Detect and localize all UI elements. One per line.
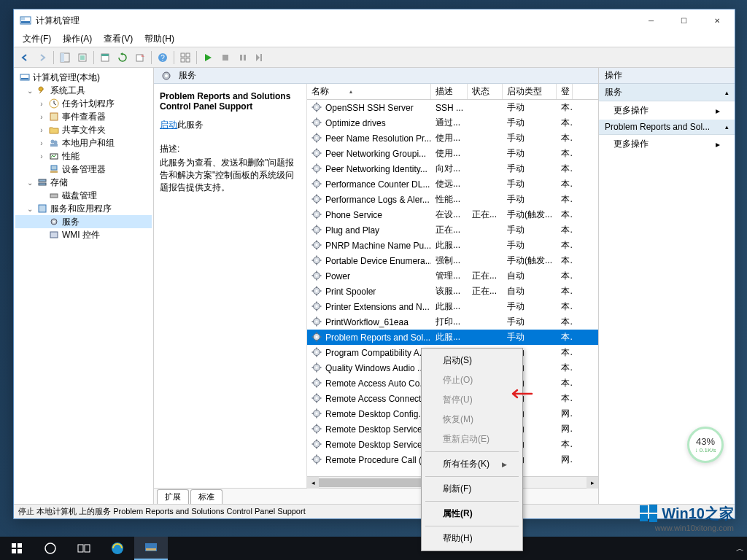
export-button[interactable] xyxy=(132,50,148,66)
tree-item-performance[interactable]: ›性能 xyxy=(15,149,152,163)
refresh-button[interactable] xyxy=(115,50,131,66)
service-row[interactable]: PrintWorkflow_61eaa打印...手动本 xyxy=(307,314,598,330)
system-tray[interactable]: ︿ xyxy=(736,543,747,554)
toolbar-separator xyxy=(174,51,174,64)
service-row[interactable]: Peer Networking Identity...向对...手动本 xyxy=(307,161,598,176)
service-row[interactable]: Portable Device Enumera...强制...手动(触发...本 xyxy=(307,253,598,268)
svg-point-69 xyxy=(316,182,318,184)
tree-group-system-tools[interactable]: ⌄ 系统工具 xyxy=(15,84,152,97)
tree-item-shared-folders[interactable]: ›共享文件夹 xyxy=(15,123,152,136)
stop-service-button[interactable] xyxy=(217,50,233,66)
service-row[interactable]: Power管理...正在...自动本 xyxy=(307,268,598,284)
tree-root[interactable]: 计算机管理(本地) xyxy=(15,71,152,84)
tree-item-event-viewer[interactable]: ›事件查看器 xyxy=(15,110,152,123)
minimize-button[interactable]: ─ xyxy=(635,9,667,31)
taskbar-app-mmc[interactable] xyxy=(134,537,168,560)
expand-icon[interactable]: › xyxy=(37,139,46,147)
column-state[interactable]: 状态 xyxy=(468,84,503,99)
tree-label: 事件查看器 xyxy=(62,111,106,123)
tree-item-device-manager[interactable]: 设备管理器 xyxy=(15,163,152,176)
tree-item-task-scheduler[interactable]: ›任务计划程序 xyxy=(15,97,152,110)
tree-item-services[interactable]: 服务 xyxy=(15,215,152,228)
pause-service-button[interactable] xyxy=(235,50,251,66)
tray-chevron-up-icon[interactable]: ︿ xyxy=(736,543,744,554)
collapse-icon[interactable]: ⌄ xyxy=(26,179,34,187)
tree-item-local-users[interactable]: ›本地用户和组 xyxy=(15,136,152,149)
view-mode-button[interactable] xyxy=(177,50,193,66)
expand-icon[interactable]: › xyxy=(37,100,46,108)
menu-file[interactable]: 文件(F) xyxy=(17,31,57,47)
start-service-link[interactable]: 启动 xyxy=(160,120,177,130)
menu-help[interactable]: 帮助(H) xyxy=(139,31,180,47)
context-menu-item[interactable]: 启动(S) xyxy=(424,351,520,370)
help-button[interactable]: ? xyxy=(155,50,171,66)
taskbar[interactable]: ︿ xyxy=(0,537,747,560)
start-button[interactable] xyxy=(0,537,34,560)
actions-group-services[interactable]: 服务 ▴ xyxy=(599,84,735,101)
context-menu-label: 属性(R) xyxy=(443,508,473,520)
column-description[interactable]: 描述 xyxy=(431,84,468,99)
tab-extended[interactable]: 扩展 xyxy=(157,489,189,504)
service-name: Power xyxy=(325,271,350,281)
context-menu[interactable]: 启动(S)停止(O)暂停(U)恢复(M)重新启动(E)所有任务(K)▶刷新(F)… xyxy=(421,348,523,551)
column-startup[interactable]: 启动类型 xyxy=(503,84,557,99)
gear-icon xyxy=(311,271,323,282)
back-button[interactable] xyxy=(17,50,33,66)
network-speed-badge[interactable]: 43% ↓ 0.1K/s xyxy=(687,427,724,463)
svg-rect-195 xyxy=(146,548,156,551)
service-row[interactable]: Problem Reports and Sol...此服...手动本 xyxy=(307,330,598,345)
tree-item-disk-management[interactable]: 磁盘管理 xyxy=(15,189,152,202)
service-row[interactable]: Peer Networking Groupi...使用...手动本 xyxy=(307,146,598,161)
service-row[interactable]: OpenSSH SSH ServerSSH ...手动本 xyxy=(307,100,598,115)
actions-more-1[interactable]: 更多操作 ▸ xyxy=(599,101,735,120)
column-name[interactable]: 名称▴ xyxy=(307,84,431,99)
tree-pane[interactable]: 计算机管理(本地) ⌄ 系统工具 ›任务计划程序 ›事件查看器 ›共享文件夹 ›… xyxy=(14,68,154,504)
svg-point-63 xyxy=(316,167,318,169)
service-row[interactable]: Printer Extensions and N...此服...手动本 xyxy=(307,299,598,314)
column-logon[interactable]: 登 xyxy=(557,84,573,99)
cortana-button[interactable] xyxy=(34,537,67,560)
context-menu-item[interactable]: 帮助(H) xyxy=(424,529,520,548)
menu-view[interactable]: 查看(V) xyxy=(98,31,139,47)
actions-group-selected[interactable]: Problem Reports and Sol... ▴ xyxy=(599,120,735,135)
tree-group-storage[interactable]: ⌄ 存储 xyxy=(15,176,152,189)
service-row[interactable]: Optimize drives通过...手动本 xyxy=(307,115,598,131)
close-button[interactable]: ✕ xyxy=(700,9,733,31)
export-list-button[interactable] xyxy=(74,50,90,66)
tree-item-wmi[interactable]: WMI 控件 xyxy=(15,228,152,241)
service-row[interactable]: Plug and Play正在...手动本 xyxy=(307,222,598,238)
svg-text:?: ? xyxy=(160,54,165,62)
service-row[interactable]: Peer Name Resolution Pr...使用...手动本 xyxy=(307,131,598,146)
actions-more-2[interactable]: 更多操作 ▸ xyxy=(599,135,735,153)
expand-icon[interactable]: › xyxy=(37,126,46,134)
context-menu-item[interactable]: 属性(R) xyxy=(424,504,520,524)
svg-rect-188 xyxy=(12,549,16,553)
collapse-icon[interactable]: ⌄ xyxy=(26,205,34,213)
context-menu-separator xyxy=(425,501,519,502)
expand-icon[interactable]: › xyxy=(37,113,46,121)
service-row[interactable]: Phone Service在设...正在...手动(触发...本 xyxy=(307,207,598,222)
service-row[interactable]: Performance Logs & Aler...性能...手动本 xyxy=(307,192,598,207)
forward-button[interactable] xyxy=(34,50,50,66)
svg-rect-18 xyxy=(260,54,262,61)
service-row[interactable]: PNRP Machine Name Pu...此服...手动本 xyxy=(307,238,598,253)
restart-service-button[interactable] xyxy=(252,50,268,66)
properties-button[interactable] xyxy=(97,50,113,66)
context-menu-item[interactable]: 刷新(F) xyxy=(424,479,520,499)
service-row[interactable]: Print Spooler该服...正在...自动本 xyxy=(307,284,598,299)
service-row[interactable]: Performance Counter DL...使远...手动本 xyxy=(307,176,598,192)
menu-action[interactable]: 操作(A) xyxy=(57,31,98,47)
scroll-right-button[interactable]: ▸ xyxy=(587,477,598,489)
task-view-button[interactable] xyxy=(67,537,101,560)
svg-point-165 xyxy=(316,427,318,429)
tree-group-services-apps[interactable]: ⌄ 服务和应用程序 xyxy=(15,202,152,215)
scroll-left-button[interactable]: ◂ xyxy=(307,477,319,489)
collapse-icon[interactable]: ⌄ xyxy=(26,87,34,95)
context-menu-item[interactable]: 所有任务(K)▶ xyxy=(424,454,520,474)
show-hide-tree-button[interactable] xyxy=(57,50,73,66)
maximize-button[interactable]: ☐ xyxy=(667,9,700,31)
taskbar-app-ie[interactable] xyxy=(101,537,134,560)
tab-standard[interactable]: 标准 xyxy=(190,489,222,504)
expand-icon[interactable]: › xyxy=(37,152,46,160)
start-service-button[interactable] xyxy=(200,50,216,66)
